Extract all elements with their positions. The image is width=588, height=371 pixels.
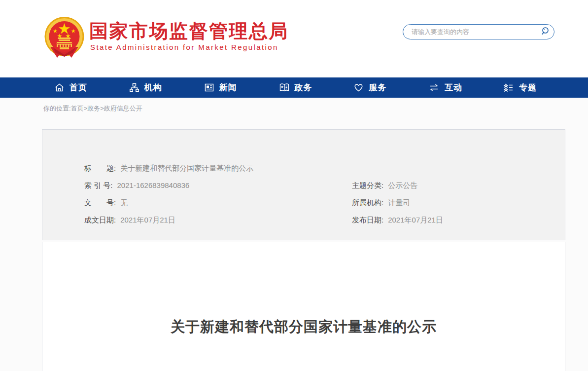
newspaper-icon — [204, 82, 214, 93]
search-button[interactable] — [537, 25, 554, 39]
meta-label: 所属机构: — [352, 198, 383, 207]
page: 国家市场监督管理总局 State Administration for Mark… — [0, 0, 588, 371]
main-nav-inner: 首页 机构 — [42, 77, 566, 98]
meta-label: 标 题: — [84, 164, 116, 172]
breadcrumb-separator: > — [100, 105, 104, 112]
document-meta-panel: 标 题:关于新建和替代部分国家计量基准的公示 索 引 号:2021-162683… — [42, 129, 565, 240]
article-title: 关于新建和替代部分国家计量基准的公示 — [42, 317, 565, 337]
exchange-arrows-icon — [428, 82, 440, 93]
org-chart-icon — [129, 82, 139, 93]
meta-row-index-number: 索 引 号:2021-1626839840836 — [84, 181, 189, 191]
star-list-icon — [503, 82, 514, 93]
home-icon — [54, 82, 65, 93]
breadcrumb-link-gov[interactable]: 政务 — [87, 105, 100, 112]
meta-row-issuing-department: 所属机构:计量司 — [352, 198, 410, 208]
nav-item-interact[interactable]: 互动 — [416, 77, 491, 98]
meta-row-publish-date: 发布日期:2021年07月21日 — [352, 216, 443, 225]
meta-value: 2021年07月21日 — [120, 216, 175, 224]
search-icon — [541, 26, 551, 37]
national-emblem-logo[interactable] — [43, 16, 85, 59]
open-book-icon — [279, 82, 290, 93]
meta-label: 索 引 号: — [84, 181, 113, 189]
nav-label: 互动 — [445, 82, 462, 93]
nav-item-home[interactable]: 首页 — [42, 77, 117, 98]
meta-row-doc-number: 文 号:无 — [84, 198, 128, 208]
main-nav: 首页 机构 — [0, 77, 588, 98]
nav-item-news[interactable]: 新闻 — [192, 77, 267, 98]
nav-item-topics[interactable]: 专题 — [491, 77, 566, 98]
meta-value: 2021年07月21日 — [388, 216, 443, 224]
nav-label: 新闻 — [219, 82, 237, 93]
nav-label: 服务 — [369, 82, 386, 93]
heart-icon — [353, 82, 364, 93]
meta-value: 关于新建和替代部分国家计量基准的公示 — [120, 164, 253, 172]
breadcrumb-link-home[interactable]: 首页 — [71, 105, 84, 112]
search-input[interactable] — [403, 28, 537, 36]
meta-value: 计量司 — [388, 198, 410, 207]
nav-item-org[interactable]: 机构 — [117, 77, 192, 98]
breadcrumb: 你的位置:首页>政务>政府信息公开 — [43, 104, 142, 113]
site-title: 国家市场监督管理总局 — [89, 19, 289, 44]
nav-label: 机构 — [144, 82, 162, 93]
nav-item-service[interactable]: 服务 — [341, 77, 416, 98]
breadcrumb-prefix: 你的位置: — [43, 105, 71, 112]
nav-item-gov[interactable]: 政务 — [267, 77, 342, 98]
site-header: 国家市场监督管理总局 State Administration for Mark… — [0, 0, 588, 77]
meta-row-title: 标 题:关于新建和替代部分国家计量基准的公示 — [84, 164, 253, 174]
meta-value: 无 — [120, 198, 128, 207]
search-box — [403, 24, 554, 39]
meta-row-topic-category: 主题分类:公示公告 — [352, 181, 417, 191]
meta-label: 主题分类: — [352, 181, 383, 189]
breadcrumb-link-info-disclosure[interactable]: 政府信息公开 — [104, 105, 142, 112]
meta-label: 发布日期: — [352, 216, 383, 224]
meta-value: 2021-1626839840836 — [117, 181, 190, 189]
meta-value: 公示公告 — [388, 181, 417, 189]
article-panel: 关于新建和替代部分国家计量基准的公示 — [42, 242, 565, 371]
nav-label: 专题 — [519, 82, 537, 93]
meta-row-written-date: 成文日期:2021年07月21日 — [84, 216, 175, 225]
meta-label: 成文日期: — [84, 216, 116, 224]
nav-label: 首页 — [69, 82, 87, 93]
meta-label: 文 号: — [84, 198, 116, 207]
nav-label: 政务 — [295, 82, 312, 93]
site-subtitle: State Administration for Market Regulati… — [90, 43, 278, 51]
